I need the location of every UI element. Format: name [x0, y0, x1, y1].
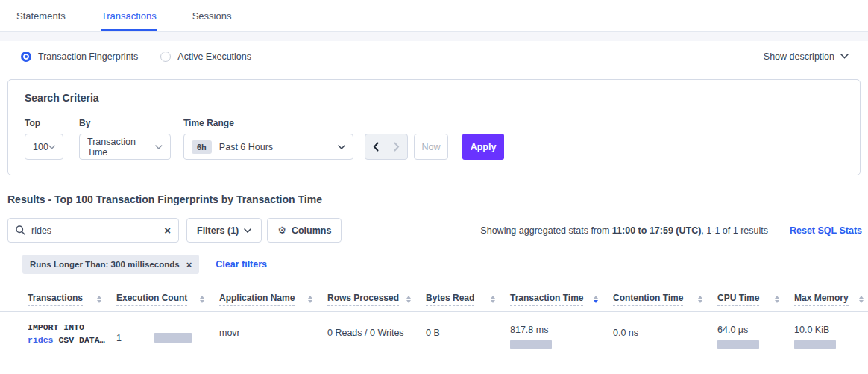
execution-count-cell: 1: [116, 321, 219, 349]
column-header-transaction-time[interactable]: Transaction Time: [510, 293, 613, 306]
columns-button[interactable]: ⚙ Columns: [267, 218, 342, 243]
results-heading: Results - Top 100 Transaction Fingerprin…: [7, 193, 868, 205]
gear-icon: ⚙: [277, 225, 286, 236]
filter-chip-label: Runs Longer Than: 300 milliseconds: [30, 260, 180, 269]
chevron-right-icon: [394, 142, 400, 152]
search-criteria-title: Search Criteria: [25, 92, 843, 104]
chevron-down-icon: [840, 54, 849, 59]
application-name-cell: movr: [219, 321, 327, 349]
transaction-statement-line1: IMPORT INTO: [28, 321, 116, 334]
sort-icon[interactable]: [775, 296, 779, 303]
top-label: Top: [25, 118, 79, 128]
sort-icon[interactable]: [200, 296, 204, 303]
aggregated-stats-text: Showing aggregated stats from 11:00 to 1…: [480, 225, 768, 236]
bytes-read-cell: 0 B: [426, 321, 510, 349]
stats-time-range: 11:00 to 17:59 (UTC): [612, 225, 701, 236]
time-range-select[interactable]: 6h Past 6 Hours: [183, 134, 353, 160]
rows-processed-cell: 0 Reads / 0 Writes: [327, 321, 426, 349]
contention-time-cell: 0.0 ns: [613, 321, 717, 349]
tab-transactions[interactable]: Transactions: [101, 0, 157, 31]
column-header-bytes-read[interactable]: Bytes Read: [426, 293, 510, 306]
radio-active-executions[interactable]: Active Executions: [160, 52, 251, 62]
transaction-fingerprint-link[interactable]: IMPORT INTO rides CSV DATA…: [28, 321, 116, 349]
now-button[interactable]: Now: [414, 134, 448, 160]
column-header-contention-time[interactable]: Contention Time: [613, 293, 717, 306]
chevron-down-icon: [155, 145, 163, 149]
show-description-label: Show description: [764, 52, 834, 62]
column-header-label: Rows Processed: [327, 293, 399, 306]
column-header-max-memory[interactable]: Max Memory: [794, 293, 868, 306]
max-memory-bar: [794, 340, 836, 349]
cpu-time-bar: [717, 340, 759, 349]
clear-filters-link[interactable]: Clear filters: [216, 259, 267, 269]
stats-suffix: , 1-1 of 1 results: [701, 225, 768, 236]
top-select-value: 100: [33, 142, 48, 152]
column-header-application-name[interactable]: Application Name: [219, 293, 327, 306]
radio-transaction-fingerprints[interactable]: Transaction Fingerprints: [21, 52, 138, 62]
reset-sql-stats-link[interactable]: Reset SQL Stats: [790, 225, 862, 236]
results-controls-row: × Filters (1) ⚙ Columns Showing aggregat…: [7, 218, 862, 243]
column-header-rows-processed[interactable]: Rows Processed: [327, 293, 426, 306]
stats-prefix: Showing aggregated stats from: [480, 225, 612, 236]
apply-button[interactable]: Apply: [462, 134, 504, 160]
vertical-divider: [779, 222, 779, 240]
time-range-arrows: [365, 134, 408, 160]
table-row: IMPORT INTO rides CSV DATA… 1 movr 0 Rea…: [0, 312, 868, 361]
radio-selected-icon[interactable]: [21, 52, 31, 62]
next-time-range-button[interactable]: [386, 134, 407, 159]
sort-icon[interactable]: [308, 296, 312, 303]
results-table: Transactions Execution Count Application…: [0, 287, 868, 361]
time-range-label: Time Range: [183, 118, 365, 128]
column-header-transactions[interactable]: Transactions: [28, 293, 116, 306]
chevron-down-icon: [48, 145, 55, 149]
transaction-time-cell: 817.8 ms: [510, 321, 613, 349]
transaction-statement-line2: rides CSV DATA…: [28, 334, 116, 346]
execution-count-value: 1: [116, 333, 154, 343]
transaction-time-value: 817.8 ms: [510, 325, 613, 335]
radio-active-executions-label: Active Executions: [177, 52, 251, 62]
sort-icon[interactable]: [97, 296, 101, 303]
search-input[interactable]: [31, 225, 158, 236]
show-description-toggle[interactable]: Show description: [764, 52, 849, 62]
column-header-label: Application Name: [219, 293, 295, 306]
column-header-execution-count[interactable]: Execution Count: [116, 293, 219, 306]
time-range-badge: 6h: [192, 140, 212, 154]
sort-icon[interactable]: [698, 296, 702, 303]
view-toggle-row: Transaction Fingerprints Active Executio…: [0, 41, 868, 72]
column-header-label: Max Memory: [794, 293, 849, 306]
top-select[interactable]: 100: [25, 134, 63, 160]
section-gap: [0, 32, 868, 41]
table-header-row: Transactions Execution Count Application…: [0, 287, 868, 312]
sort-icon[interactable]: [406, 296, 411, 303]
transaction-table-name: rides: [28, 335, 54, 345]
transaction-statement-rest: CSV DATA…: [54, 335, 105, 345]
cpu-time-cell: 64.0 µs: [717, 321, 794, 349]
max-memory-value: 10.0 KiB: [794, 325, 868, 335]
column-header-label: CPU Time: [717, 293, 759, 306]
results-search-box[interactable]: ×: [7, 218, 179, 243]
page-tabbar: Statements Transactions Sessions: [0, 0, 868, 32]
filters-button[interactable]: Filters (1): [186, 218, 262, 243]
column-header-cpu-time[interactable]: CPU Time: [717, 293, 794, 306]
max-memory-cell: 10.0 KiB: [794, 321, 868, 349]
previous-time-range-button[interactable]: [365, 134, 386, 159]
by-select[interactable]: Transaction Time: [79, 134, 171, 160]
tab-statements[interactable]: Statements: [16, 0, 66, 31]
remove-filter-icon[interactable]: ×: [186, 260, 192, 269]
radio-unselected-icon[interactable]: [160, 52, 171, 62]
by-label: By: [79, 118, 183, 128]
cpu-time-value: 64.0 µs: [717, 325, 794, 335]
search-criteria-card: Search Criteria Top 100 By Transaction T…: [7, 79, 861, 175]
clear-search-icon[interactable]: ×: [164, 225, 171, 236]
sort-icon[interactable]: [859, 296, 864, 303]
column-header-label: Transactions: [28, 293, 83, 306]
chevron-down-icon: [244, 228, 251, 233]
column-header-label: Execution Count: [116, 293, 187, 306]
active-filters-row: Runs Longer Than: 300 milliseconds × Cle…: [22, 255, 868, 274]
sort-icon[interactable]: [491, 296, 495, 303]
tab-sessions[interactable]: Sessions: [192, 0, 232, 31]
column-header-label: Bytes Read: [426, 293, 474, 306]
columns-button-label: Columns: [292, 225, 331, 236]
chevron-down-icon: [338, 145, 345, 149]
sort-icon-active-desc[interactable]: [594, 296, 598, 303]
